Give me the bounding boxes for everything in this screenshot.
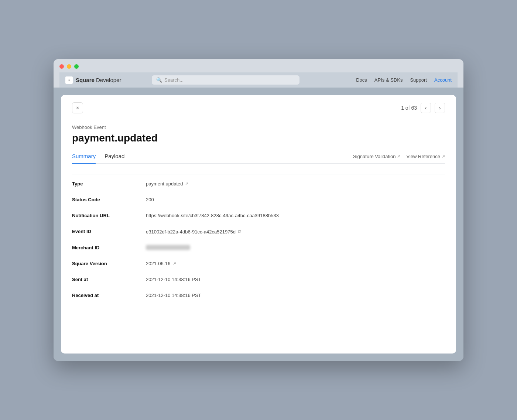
event-label: Webhook Event: [72, 124, 445, 130]
status-code-text: 200: [146, 197, 154, 202]
signature-validation-label: Signature Validation: [353, 154, 396, 159]
nav-link-docs[interactable]: Docs: [356, 77, 367, 83]
detail-row-type: Type payment.updated ↗: [72, 176, 445, 192]
type-link-icon[interactable]: ↗: [185, 181, 188, 186]
close-button[interactable]: ×: [72, 102, 83, 113]
value-square-version: 2021-06-16 ↗: [146, 261, 176, 266]
detail-row-notification-url: Notification URL https://webhook.site/cb…: [72, 208, 445, 223]
value-received-at: 2021-12-10 14:38:16 PST: [146, 293, 201, 298]
browser-content: × 1 of 63 ‹ › Webhook Event payment.upda…: [54, 88, 463, 361]
tabs: Summary Payload: [72, 153, 124, 163]
received-at-text: 2021-12-10 14:38:16 PST: [146, 293, 201, 298]
next-button[interactable]: ›: [435, 103, 445, 113]
traffic-light-red[interactable]: [59, 64, 64, 69]
nav-link-account[interactable]: Account: [434, 77, 452, 83]
label-merchant-id: Merchant ID: [72, 245, 146, 250]
signature-validation-icon: ↗: [397, 154, 400, 159]
label-notification-url: Notification URL: [72, 213, 146, 218]
value-merchant-id: [146, 245, 190, 250]
detail-row-event-id: Event ID e31002df-b22a-4db6-91cc-a42ca52…: [72, 223, 445, 240]
label-square-version: Square Version: [72, 261, 146, 266]
modal-body: Webhook Event payment.updated Summary Pa…: [61, 124, 456, 318]
tab-summary[interactable]: Summary: [72, 153, 96, 164]
tab-actions: Signature Validation ↗ View Reference ↗: [353, 154, 445, 163]
square-logo-icon: ▪: [65, 76, 73, 84]
pagination-text: 1 of 63: [401, 105, 417, 111]
browser-chrome: ▪ Square Developer 🔍 Search... Docs APIs…: [54, 59, 463, 88]
value-event-id: e31002df-b22a-4db6-91cc-a42ca521975d ⧉: [146, 229, 241, 235]
logo-area: ▪ Square Developer: [65, 76, 121, 84]
modal-card: × 1 of 63 ‹ › Webhook Event payment.upda…: [61, 95, 456, 354]
browser-window: ▪ Square Developer 🔍 Search... Docs APIs…: [54, 59, 463, 361]
value-sent-at: 2021-12-10 14:38:16 PST: [146, 277, 201, 282]
view-reference-icon: ↗: [442, 154, 445, 159]
nav-link-apis[interactable]: APIs & SDKs: [374, 77, 403, 83]
copy-icon[interactable]: ⧉: [238, 229, 241, 235]
nav-link-support[interactable]: Support: [410, 77, 427, 83]
prev-button[interactable]: ‹: [421, 103, 431, 113]
view-reference-label: View Reference: [406, 154, 440, 159]
detail-row-merchant-id: Merchant ID: [72, 240, 445, 256]
notification-url-text: https://webhook.site/cb3f7842-828c-49ac-…: [146, 213, 279, 218]
search-bar[interactable]: 🔍 Search...: [152, 75, 299, 85]
pagination-area: 1 of 63 ‹ ›: [401, 103, 445, 113]
detail-table: Type payment.updated ↗ Status Code 200: [72, 176, 445, 303]
nav-links: Docs APIs & SDKs Support Account: [356, 77, 452, 83]
signature-validation-link[interactable]: Signature Validation ↗: [353, 154, 400, 159]
tabs-row: Summary Payload Signature Validation ↗ V…: [72, 153, 445, 164]
tab-payload[interactable]: Payload: [105, 153, 124, 164]
event-title: payment.updated: [72, 132, 445, 144]
event-id-text: e31002df-b22a-4db6-91cc-a42ca521975d: [146, 229, 236, 235]
search-placeholder: Search...: [164, 77, 184, 83]
label-event-id: Event ID: [72, 229, 146, 234]
traffic-light-yellow[interactable]: [67, 64, 71, 69]
label-sent-at: Sent at: [72, 277, 146, 282]
search-icon: 🔍: [156, 77, 162, 83]
traffic-lights: [59, 64, 458, 69]
divider: [72, 174, 445, 174]
view-reference-link[interactable]: View Reference ↗: [406, 154, 445, 159]
modal-header: × 1 of 63 ‹ ›: [61, 95, 456, 121]
label-type: Type: [72, 181, 146, 187]
square-version-text: 2021-06-16: [146, 261, 171, 266]
type-value-text: payment.updated: [146, 181, 183, 187]
detail-row-received-at: Received at 2021-12-10 14:38:16 PST: [72, 287, 445, 303]
value-notification-url: https://webhook.site/cb3f7842-828c-49ac-…: [146, 213, 279, 218]
logo-text: Square Developer: [76, 77, 121, 83]
nav-bar: ▪ Square Developer 🔍 Search... Docs APIs…: [59, 72, 458, 88]
merchant-id-blurred: [146, 245, 190, 250]
sent-at-text: 2021-12-10 14:38:16 PST: [146, 277, 201, 282]
label-status-code: Status Code: [72, 197, 146, 202]
square-version-link-icon[interactable]: ↗: [173, 261, 176, 266]
traffic-light-green[interactable]: [74, 64, 79, 69]
value-status-code: 200: [146, 197, 154, 202]
value-type: payment.updated ↗: [146, 181, 188, 187]
detail-row-sent-at: Sent at 2021-12-10 14:38:16 PST: [72, 272, 445, 287]
detail-row-status-code: Status Code 200: [72, 192, 445, 208]
detail-row-square-version: Square Version 2021-06-16 ↗: [72, 256, 445, 272]
label-received-at: Received at: [72, 293, 146, 298]
